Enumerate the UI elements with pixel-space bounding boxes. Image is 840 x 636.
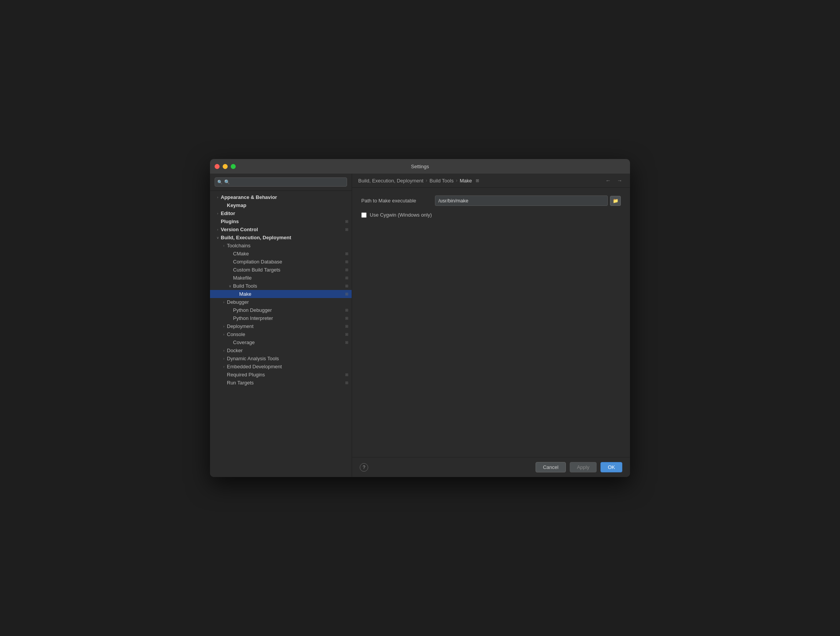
sidebar-item-console[interactable]: ›Console⊞ [210, 330, 352, 338]
breadcrumb: Build, Execution, Deployment › Build Too… [352, 174, 630, 188]
sidebar-item-required-plugins[interactable]: Required Plugins⊞ [210, 371, 352, 379]
sidebar-item-build-execution-deployment[interactable]: ∨Build, Execution, Deployment [210, 234, 352, 242]
sidebar-item-make[interactable]: Make⊞ [210, 290, 352, 298]
help-button[interactable]: ? [360, 463, 368, 472]
badge-icon: ⊞ [344, 308, 349, 313]
sidebar-item-editor[interactable]: ›Editor [210, 209, 352, 217]
footer-left: ? [360, 463, 368, 472]
sidebar-item-makefile[interactable]: Makefile⊞ [210, 274, 352, 282]
breadcrumb-part-2[interactable]: Build Tools [430, 178, 454, 184]
maximize-button[interactable] [231, 164, 236, 169]
titlebar: Settings [210, 159, 630, 174]
sidebar-item-docker[interactable]: ›Docker [210, 346, 352, 354]
badge-icon: ⊞ [344, 267, 349, 273]
sidebar-item-build-tools[interactable]: ∨Build Tools⊞ [210, 282, 352, 290]
sidebar-item-label: Docker [227, 348, 352, 353]
search-wrapper: 🔍 [215, 177, 347, 187]
chevron-icon: › [221, 300, 227, 304]
path-input[interactable] [435, 195, 608, 206]
sidebar-item-label: Coverage [233, 340, 344, 345]
sidebar-item-label: Custom Build Targets [233, 267, 344, 273]
badge-icon: ⊞ [344, 324, 349, 329]
chevron-icon: › [221, 325, 227, 328]
sidebar-item-label: Deployment [227, 323, 344, 329]
badge-icon: ⊞ [344, 340, 349, 345]
sidebar-item-label: CMake [233, 251, 344, 257]
search-bar: 🔍 [210, 174, 352, 191]
sidebar-item-toolchains[interactable]: ›Toolchains [210, 242, 352, 250]
sidebar-item-label: Dynamic Analysis Tools [227, 356, 352, 361]
nav-back-arrow[interactable]: ← [604, 177, 612, 184]
sidebar-item-python-interpreter[interactable]: Python Interpreter⊞ [210, 314, 352, 322]
chevron-icon: › [221, 333, 227, 336]
sidebar-item-keymap[interactable]: Keymap [210, 201, 352, 209]
window-title: Settings [411, 164, 429, 169]
badge-icon: ⊞ [344, 259, 349, 265]
sidebar-item-cmake[interactable]: CMake⊞ [210, 250, 352, 258]
badge-icon: ⊞ [344, 251, 349, 257]
ok-button[interactable]: OK [600, 462, 622, 472]
nav-forward-arrow[interactable]: → [615, 177, 624, 184]
badge-icon: ⊞ [344, 292, 349, 297]
chevron-icon: ∨ [227, 284, 233, 288]
search-icon: 🔍 [217, 180, 223, 185]
sidebar-item-label: Appearance & Behavior [221, 194, 352, 200]
main-content: 🔍 ›Appearance & BehaviorKeymap›EditorPlu… [210, 174, 630, 477]
sidebar-item-deployment[interactable]: ›Deployment⊞ [210, 322, 352, 330]
badge-icon: ⊞ [344, 283, 349, 289]
sidebar-item-plugins[interactable]: Plugins⊞ [210, 217, 352, 225]
sidebar-item-label: Keymap [227, 202, 352, 208]
sidebar-item-python-debugger[interactable]: Python Debugger⊞ [210, 306, 352, 314]
sidebar-item-run-targets[interactable]: Run Targets⊞ [210, 379, 352, 387]
badge-icon: ⊞ [344, 332, 349, 337]
sidebar-item-custom-build-targets[interactable]: Custom Build Targets⊞ [210, 266, 352, 274]
sidebar-item-debugger[interactable]: ›Debugger [210, 298, 352, 306]
panel-body: Path to Make executable 📁 Use Cygwin (Wi… [352, 188, 630, 457]
sidebar-tree: ›Appearance & BehaviorKeymap›EditorPlugi… [210, 191, 352, 477]
cancel-button[interactable]: Cancel [536, 462, 566, 472]
breadcrumb-sep-1: › [426, 178, 427, 183]
sidebar-item-version-control[interactable]: ›Version Control⊞ [210, 225, 352, 234]
chevron-icon: › [215, 228, 221, 232]
chevron-icon: › [221, 244, 227, 248]
sidebar: 🔍 ›Appearance & BehaviorKeymap›EditorPlu… [210, 174, 352, 477]
badge-icon: ⊞ [344, 316, 349, 321]
sidebar-item-appearance-behavior[interactable]: ›Appearance & Behavior [210, 193, 352, 201]
sidebar-item-label: Make [239, 291, 344, 297]
settings-window: Settings 🔍 ›Appearance & BehaviorKeymap›… [210, 159, 630, 477]
cygwin-label: Use Cygwin (Windows only) [370, 212, 432, 218]
right-panel: Build, Execution, Deployment › Build Too… [352, 174, 630, 477]
chevron-icon: › [221, 357, 227, 361]
sidebar-item-label: Build Tools [233, 283, 344, 289]
sidebar-item-compilation-database[interactable]: Compilation Database⊞ [210, 258, 352, 266]
sidebar-item-embedded-development[interactable]: ›Embedded Development [210, 363, 352, 371]
sidebar-item-label: Plugins [221, 219, 344, 224]
path-label: Path to Make executable [361, 198, 430, 204]
badge-icon: ⊞ [344, 219, 349, 224]
cygwin-checkbox[interactable] [361, 212, 367, 218]
breadcrumb-sep-2: › [456, 178, 457, 183]
nav-arrows: ← → [604, 177, 624, 184]
chevron-icon: › [215, 195, 221, 199]
chevron-icon: ∨ [215, 236, 221, 240]
breadcrumb-part-1[interactable]: Build, Execution, Deployment [358, 178, 423, 184]
path-form-row: Path to Make executable 📁 [361, 195, 621, 206]
sidebar-item-label: Embedded Development [227, 364, 352, 369]
close-button[interactable] [215, 164, 220, 169]
sidebar-item-label: Debugger [227, 299, 352, 305]
apply-button[interactable]: Apply [570, 462, 597, 472]
badge-icon: ⊞ [344, 275, 349, 281]
sidebar-item-label: Console [227, 331, 344, 337]
folder-browse-button[interactable]: 📁 [610, 196, 621, 206]
sidebar-item-label: Version Control [221, 227, 344, 232]
sidebar-item-label: Build, Execution, Deployment [221, 235, 352, 240]
sidebar-item-label: Python Interpreter [233, 315, 344, 321]
sidebar-item-label: Editor [221, 210, 352, 216]
sidebar-item-coverage[interactable]: Coverage⊞ [210, 338, 352, 346]
sidebar-item-label: Run Targets [227, 380, 344, 386]
search-input[interactable] [215, 177, 347, 187]
sidebar-item-dynamic-analysis-tools[interactable]: ›Dynamic Analysis Tools [210, 354, 352, 363]
sidebar-item-label: Makefile [233, 275, 344, 281]
minimize-button[interactable] [223, 164, 228, 169]
badge-icon: ⊞ [344, 227, 349, 232]
